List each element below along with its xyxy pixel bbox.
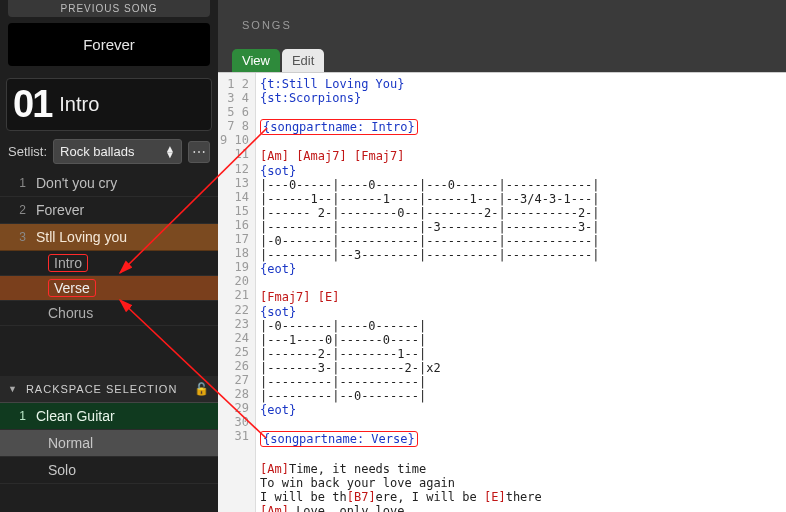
part-label: Chorus	[48, 305, 93, 321]
rackspace-index: 1	[12, 409, 26, 423]
previous-song-button[interactable]: PREVIOUS SONG	[8, 0, 210, 17]
part-list-item-verse[interactable]: Verse	[0, 276, 218, 301]
rackspace-item[interactable]: 1 Clean Guitar	[0, 403, 218, 430]
part-label: Verse	[48, 279, 96, 297]
sidebar: PREVIOUS SONG Forever 01 Intro Setlist: …	[0, 0, 218, 512]
previous-song-name[interactable]: Forever	[8, 23, 210, 66]
tab-view[interactable]: View	[232, 49, 280, 72]
chevron-updown-icon: ▲▼	[165, 146, 175, 158]
variation-name: Normal	[48, 435, 93, 451]
setlist-value: Rock ballads	[60, 144, 134, 159]
line-number-gutter: 1 2 3 4 5 6 7 8 9 10 11 12 13 14 15 16 1…	[218, 73, 256, 512]
code-area: 1 2 3 4 5 6 7 8 9 10 11 12 13 14 15 16 1…	[218, 72, 786, 512]
variation-item[interactable]: Normal	[0, 430, 218, 457]
rackspace-name: Clean Guitar	[36, 408, 115, 424]
song-list-item[interactable]: 1 Don't you cry	[0, 170, 218, 197]
song-list: 1 Don't you cry 2 Forever 3 Stll Loving …	[0, 170, 218, 326]
setlist-dropdown[interactable]: Rock ballads ▲▼	[53, 139, 182, 164]
tab-row: View Edit	[218, 49, 786, 72]
chevron-down-icon: ▼	[8, 384, 18, 394]
variation-item[interactable]: Solo	[0, 457, 218, 484]
part-name: Intro	[59, 93, 99, 116]
editor-pane: SONGS View Edit 1 2 3 4 5 6 7 8 9 10 11 …	[218, 0, 786, 512]
rackspace-header[interactable]: ▼ RACKSPACE SELECTION 🔓	[0, 376, 218, 403]
song-list-item[interactable]: 2 Forever	[0, 197, 218, 224]
song-list-item[interactable]: 3 Stll Loving you	[0, 224, 218, 251]
current-part-display: 01 Intro	[6, 78, 212, 131]
code-text[interactable]: {t:Still Loving You} {st:Scorpions} {son…	[256, 73, 786, 512]
rackspace-header-label: RACKSPACE SELECTION	[26, 383, 177, 395]
part-label: Intro	[48, 254, 88, 272]
part-list-item-chorus[interactable]: Chorus	[0, 301, 218, 326]
variation-name: Solo	[48, 462, 76, 478]
song-name: Forever	[36, 202, 84, 218]
part-number: 01	[13, 83, 59, 126]
song-index: 3	[12, 230, 26, 244]
songs-label: SONGS	[218, 19, 786, 49]
song-index: 2	[12, 203, 26, 217]
song-name: Stll Loving you	[36, 229, 127, 245]
editor-header: SONGS View Edit	[218, 0, 786, 72]
lock-icon[interactable]: 🔓	[194, 382, 210, 396]
part-list-item-intro[interactable]: Intro	[0, 251, 218, 276]
setlist-label: Setlist:	[8, 144, 47, 159]
song-index: 1	[12, 176, 26, 190]
tab-edit[interactable]: Edit	[282, 49, 324, 72]
setlist-more-button[interactable]: ⋯	[188, 141, 210, 163]
setlist-row: Setlist: Rock ballads ▲▼ ⋯	[0, 133, 218, 170]
song-name: Don't you cry	[36, 175, 117, 191]
